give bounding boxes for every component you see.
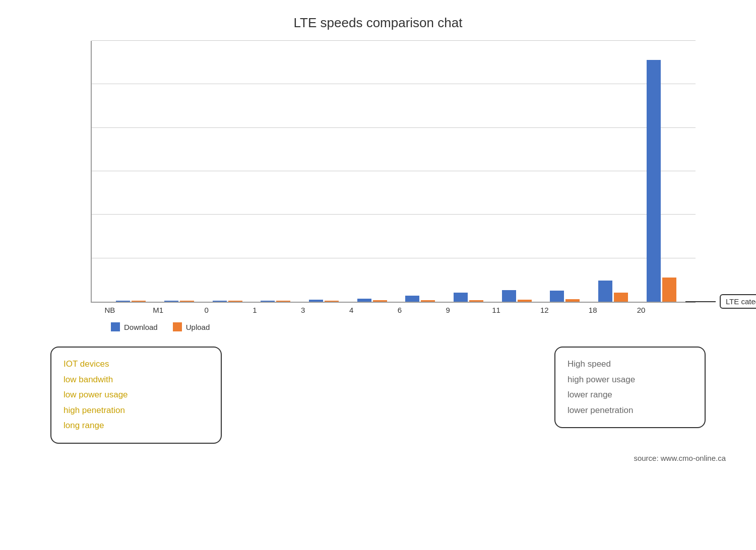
x-label-3: 3 [279, 303, 327, 314]
x-label-12: 12 [520, 303, 569, 314]
bar-group-4 [348, 299, 396, 302]
bar-download-6 [405, 296, 419, 302]
bar-group-20 [637, 60, 685, 302]
lte-category-label: LTE category [685, 294, 756, 309]
chart-with-annotation: Current selection [71, 41, 706, 314]
bar-upload-12 [565, 299, 580, 302]
bar-group-6 [396, 296, 445, 302]
bar-download-0 [213, 301, 227, 302]
bars-0 [213, 301, 242, 302]
bars-container [92, 41, 696, 302]
bar-group-3 [300, 300, 348, 302]
bars-20 [647, 60, 676, 302]
bar-upload-18 [614, 293, 628, 302]
bar-group-0 [203, 301, 251, 302]
bar-group-NB [107, 301, 155, 302]
download-swatch [111, 322, 120, 331]
bars-NB [116, 301, 146, 302]
legend-upload: Upload [173, 322, 210, 331]
bar-upload-0 [228, 301, 242, 302]
left-info-box: IOT deviceslow bandwithlow power usagehi… [50, 347, 222, 444]
bars-9 [454, 293, 483, 302]
bar-upload-M1 [180, 301, 194, 302]
bars-1 [261, 301, 290, 302]
upload-label: Upload [186, 323, 210, 331]
chart-wrapper: Current selection [50, 41, 706, 331]
right-box-line-3: lower penetration [568, 403, 692, 419]
x-label-11: 11 [472, 303, 521, 314]
x-label-1: 1 [230, 303, 279, 314]
x-label-20: 20 [617, 303, 665, 314]
bar-upload-4 [373, 300, 387, 302]
bar-upload-3 [325, 301, 339, 302]
bar-download-3 [309, 300, 323, 302]
x-label-0: 0 [182, 303, 231, 314]
x-axis-labels: NBM101346911121820 [71, 303, 675, 314]
bar-download-20 [647, 60, 661, 302]
chart-area: LTE category [91, 41, 696, 303]
bar-upload-11 [518, 300, 532, 302]
source-text: source: www.cmo-online.ca [71, 454, 726, 462]
lte-arrow-line [685, 301, 716, 302]
left-box-line-4: long range [64, 418, 209, 434]
bar-group-9 [445, 293, 493, 302]
bar-upload-20 [662, 278, 676, 302]
bar-upload-9 [469, 300, 483, 302]
bar-upload-6 [421, 300, 435, 302]
bars-6 [405, 296, 435, 302]
bar-download-11 [502, 290, 516, 302]
bars-M1 [164, 301, 194, 302]
bar-download-M1 [164, 301, 178, 302]
x-label-4: 4 [327, 303, 375, 314]
bar-group-12 [541, 291, 589, 302]
bar-download-18 [598, 281, 612, 302]
bar-download-4 [357, 299, 371, 302]
upload-swatch [173, 322, 182, 331]
bar-group-1 [251, 301, 300, 302]
bar-download-1 [261, 301, 275, 302]
x-label-18: 18 [569, 303, 617, 314]
left-box-line-1: low bandwith [64, 372, 209, 388]
left-box-line-3: high penetration [64, 403, 209, 419]
bottom-section: IOT deviceslow bandwithlow power usagehi… [50, 347, 706, 444]
bar-download-NB [116, 301, 130, 302]
left-box-line-2: low power usage [64, 387, 209, 403]
bar-group-M1 [155, 301, 204, 302]
left-box-line-0: IOT devices [64, 357, 209, 372]
bar-upload-1 [276, 301, 290, 302]
bar-download-12 [550, 291, 564, 302]
legend-area: Download Upload [111, 322, 210, 331]
bar-upload-NB [132, 301, 146, 302]
bar-group-11 [492, 290, 541, 302]
x-label-M1: M1 [134, 303, 182, 314]
legend-download: Download [111, 322, 158, 331]
lte-category-box: LTE category [720, 294, 756, 309]
x-label-NB: NB [86, 303, 134, 314]
bars-11 [502, 290, 532, 302]
right-box-line-2: lower range [568, 387, 692, 403]
bars-4 [357, 299, 387, 302]
x-label-9: 9 [424, 303, 472, 314]
download-label: Download [124, 323, 158, 331]
right-box-line-0: High speed [568, 357, 692, 372]
x-label-6: 6 [375, 303, 424, 314]
bars-18 [598, 281, 628, 302]
right-info-box: High speedhigh power usagelower rangelow… [554, 347, 706, 428]
chart-title: LTE speeds comparison chat [294, 15, 463, 31]
bars-3 [309, 300, 339, 302]
right-box-line-1: high power usage [568, 372, 692, 388]
bar-download-9 [454, 293, 468, 302]
bar-group-18 [589, 281, 638, 302]
page-container: LTE speeds comparison chat Current selec… [0, 0, 756, 550]
bars-12 [550, 291, 580, 302]
